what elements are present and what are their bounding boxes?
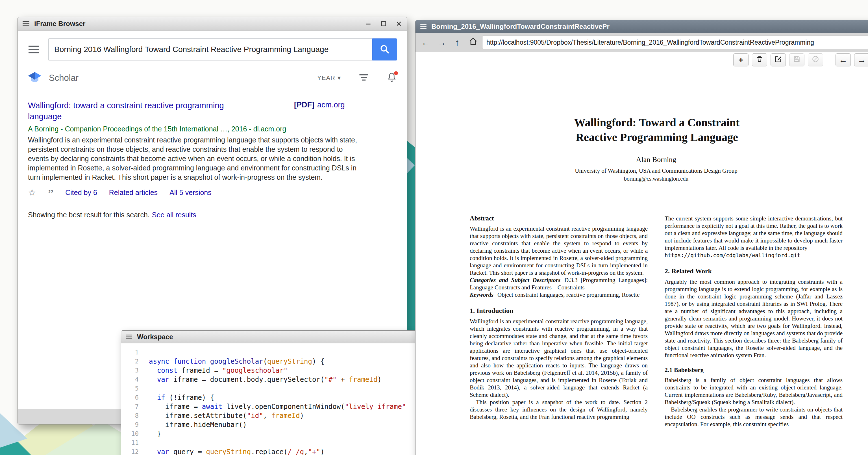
close-button[interactable] <box>395 20 403 27</box>
edit-button[interactable] <box>771 53 786 66</box>
code-line[interactable]: 6 if (!iframe) { <box>121 393 446 402</box>
line-number: 10 <box>121 429 149 438</box>
result-title-row: Wallingford: toward a constraint reactiv… <box>28 100 397 122</box>
window-controls <box>365 20 403 27</box>
code-text: async function googleScholar(queryString… <box>149 357 324 366</box>
window-title: iFrame Browser <box>34 20 85 28</box>
filter-icon <box>359 78 369 82</box>
delete-button[interactable] <box>752 53 767 66</box>
paper-affiliation: University of Washington, USA and Commun… <box>470 167 843 174</box>
code-text: iframe.setAttribute("id", frameId) <box>149 411 304 420</box>
code-line[interactable]: 7 iframe = await lively.openComponentInW… <box>121 402 446 411</box>
back-button[interactable]: ← <box>419 35 432 50</box>
section21-para1: Babelsberg is a family of object constra… <box>664 376 843 406</box>
code-line[interactable]: 11 <box>121 438 446 447</box>
code-text: if (!iframe) { <box>149 393 214 402</box>
code-line[interactable]: 4 var iframe = document.body.querySelect… <box>121 375 446 384</box>
search-button[interactable] <box>372 38 397 60</box>
back-icon: ← <box>421 37 430 48</box>
section21-heading: 2.1 Babelsberg <box>664 366 843 374</box>
pdf-viewer-window: Borning_2016_WallingfordTowardConstraint… <box>415 20 868 455</box>
line-number: 11 <box>121 438 149 447</box>
cited-by-link[interactable]: Cited by 6 <box>65 188 97 197</box>
code-line[interactable]: 8 iframe.setAttribute("id", frameId) <box>121 411 446 420</box>
code-text: } <box>149 429 161 438</box>
browser-titlebar[interactable]: iFrame Browser <box>18 17 407 31</box>
code-line[interactable]: 5 <box>121 384 446 393</box>
code-line[interactable]: 9 iframe.hideMenubar() <box>121 420 446 429</box>
minimize-button[interactable] <box>365 20 372 27</box>
edit-icon <box>775 55 782 65</box>
save-icon <box>793 55 801 65</box>
year-filter-label: YEAR <box>317 74 335 82</box>
scholar-header: Scholar YEAR ▾ <box>18 69 407 87</box>
cancel-button[interactable] <box>808 53 823 66</box>
notifications-button[interactable] <box>387 72 397 84</box>
keywords-block: KeywordsObject constraint languages, rea… <box>470 291 648 298</box>
forward-icon: → <box>858 55 866 65</box>
paper-email: borning@cs.washington.edu <box>470 176 843 182</box>
scholar-header-actions: YEAR ▾ <box>317 72 397 84</box>
code-text: var query = queryString.replace(/ /g,"+"… <box>149 447 324 455</box>
pdf-source: acm.org <box>317 101 345 109</box>
code-text: var iframe = document.body.querySelector… <box>149 375 382 384</box>
abstract-heading: Abstract <box>470 215 648 222</box>
hamburger-icon[interactable] <box>126 334 132 339</box>
desktop: iFrame Browser <box>0 0 868 455</box>
result-snippet: Wallingford is an experimental constrain… <box>28 135 359 182</box>
cite-icon[interactable]: ” <box>48 191 54 197</box>
result-title-link[interactable]: Wallingford: toward a constraint reactiv… <box>28 100 254 122</box>
code-editor[interactable]: 12async function googleScholar(queryStri… <box>121 343 446 455</box>
notification-dot <box>394 71 398 75</box>
all-versions-link[interactable]: All 5 versions <box>169 188 212 197</box>
section2-para1: Arguably the most common approach to int… <box>664 278 843 359</box>
hamburger-icon[interactable] <box>420 24 427 29</box>
save-button[interactable] <box>789 53 804 66</box>
result-footer: Showing the best result for this search.… <box>18 211 407 219</box>
search-bar <box>18 31 407 60</box>
line-number: 3 <box>121 366 149 375</box>
code-line[interactable]: 3 const frameId = "googleschoolar" <box>121 366 446 375</box>
hamburger-icon[interactable] <box>22 21 30 27</box>
code-line[interactable]: 1 <box>121 348 446 357</box>
scholar-logo-icon[interactable] <box>28 71 41 85</box>
see-all-results-link[interactable]: See all results <box>152 211 196 219</box>
code-line[interactable]: 12 var query = queryString.replace(/ /g,… <box>121 447 446 455</box>
next-page-button[interactable]: → <box>854 53 868 66</box>
paper-columns: Abstract Wallingford is an experimental … <box>470 215 844 428</box>
code-line[interactable]: 2async function googleScholar(queryStrin… <box>121 357 446 366</box>
url-field-box <box>482 36 868 49</box>
pdf-titlebar[interactable]: Borning_2016_WallingfordTowardConstraint… <box>415 20 868 33</box>
repo-url: https://github.com/cdglabs/wallingford.g… <box>664 251 843 259</box>
line-number: 8 <box>121 411 149 420</box>
year-filter-button[interactable]: YEAR ▾ <box>317 74 341 82</box>
pdf-link[interactable]: [PDF]acm.org <box>294 101 345 110</box>
scholar-menu-icon[interactable] <box>28 45 39 54</box>
up-icon: ↑ <box>455 37 460 48</box>
line-number: 1 <box>121 348 149 357</box>
forward-icon: → <box>437 37 446 48</box>
result-actions: ☆ ” Cited by 6 Related articles All 5 ve… <box>28 187 397 198</box>
pdf-tag: [PDF] <box>294 101 314 109</box>
up-button[interactable]: ↑ <box>451 35 464 50</box>
search-input[interactable] <box>49 45 372 54</box>
url-input[interactable] <box>483 39 868 47</box>
paper-title: Wallingford: Toward a Constraint Reactiv… <box>561 115 753 145</box>
keywords-text: Object constraint languages, reactive pr… <box>497 292 640 298</box>
line-number: 2 <box>121 357 149 366</box>
line-number: 6 <box>121 393 149 402</box>
filter-button[interactable] <box>359 73 369 83</box>
star-icon[interactable]: ☆ <box>28 187 36 198</box>
related-articles-link[interactable]: Related articles <box>109 188 158 197</box>
maximize-button[interactable] <box>380 20 387 27</box>
forward-button[interactable]: → <box>435 35 448 50</box>
home-button[interactable] <box>466 35 480 50</box>
footer-text: Showing the best result for this search. <box>28 211 150 219</box>
code-line[interactable]: 10 } <box>121 429 446 438</box>
abstract-text: Wallingford is an experimental constrain… <box>470 225 648 276</box>
add-button[interactable]: + <box>733 53 748 66</box>
workspace-titlebar[interactable]: Workspace <box>121 331 446 343</box>
pdf-page-view[interactable]: Wallingford: Toward a Constraint Reactiv… <box>415 68 868 455</box>
section2-heading: 2. Related Work <box>664 267 843 275</box>
prev-page-button[interactable]: ← <box>836 53 851 66</box>
